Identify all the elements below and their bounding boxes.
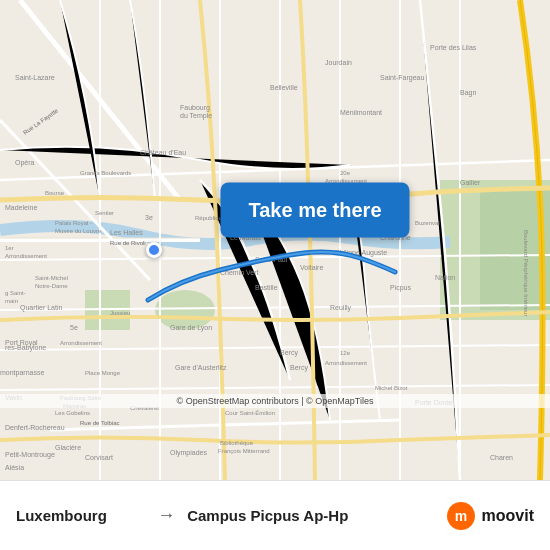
svg-text:Porte des Lilas: Porte des Lilas <box>430 44 477 51</box>
svg-text:g Saint-: g Saint- <box>5 290 26 296</box>
svg-text:Jussieu: Jussieu <box>110 310 130 316</box>
svg-text:Faubourg: Faubourg <box>180 104 210 112</box>
svg-text:Jourdain: Jourdain <box>325 59 352 66</box>
svg-text:3e: 3e <box>145 214 153 221</box>
svg-text:Sentier: Sentier <box>95 210 114 216</box>
svg-text:Grands Boulevards: Grands Boulevards <box>80 170 131 176</box>
svg-text:Saint-Lazare: Saint-Lazare <box>15 74 55 81</box>
svg-text:montparnasse: montparnasse <box>0 369 44 377</box>
svg-text:Bourse: Bourse <box>45 190 65 196</box>
map-container: Rue La Fayette Rue de Rivoli Rue de Tolb… <box>0 0 550 480</box>
svg-text:Bercy: Bercy <box>290 364 308 372</box>
svg-text:20e: 20e <box>340 170 351 176</box>
svg-text:Petit-Montrouge: Petit-Montrouge <box>5 451 55 459</box>
take-me-there-button[interactable]: Take me there <box>220 183 409 238</box>
svg-text:Quartier Latin: Quartier Latin <box>20 304 63 312</box>
svg-text:Bagn: Bagn <box>460 89 476 97</box>
svg-text:Bercy: Bercy <box>280 349 298 357</box>
svg-text:Arrondissement: Arrondissement <box>5 253 47 259</box>
map-attribution: © OpenStreetMap contributors | © OpenMap… <box>0 394 550 408</box>
svg-text:Reuilly: Reuilly <box>330 304 352 312</box>
svg-text:Charen: Charen <box>490 454 513 461</box>
svg-text:Picpus: Picpus <box>390 284 412 292</box>
svg-text:Opéra: Opéra <box>15 159 35 167</box>
svg-text:Belleville: Belleville <box>270 84 298 91</box>
svg-text:Ménilmontant: Ménilmontant <box>340 109 382 116</box>
route-from-label: Luxembourg <box>16 507 145 524</box>
moovit-brand-text: moovit <box>482 507 534 525</box>
svg-text:Gare de Lyon: Gare de Lyon <box>170 324 212 332</box>
svg-text:Palais Royal -: Palais Royal - <box>55 220 92 226</box>
route-arrow-icon: → <box>157 505 175 526</box>
svg-text:Rue de Rivoli: Rue de Rivoli <box>110 240 146 246</box>
svg-text:Gare d'Austerlitz: Gare d'Austerlitz <box>175 364 227 371</box>
svg-text:Nation: Nation <box>435 274 455 281</box>
svg-text:du Temple: du Temple <box>180 112 212 120</box>
svg-text:Michel Bizot: Michel Bizot <box>375 385 408 391</box>
svg-text:5e: 5e <box>70 324 78 331</box>
svg-text:Boulevard Périphérique Intérie: Boulevard Périphérique Intérieur <box>523 230 529 316</box>
svg-text:Denfert-Rochereau: Denfert-Rochereau <box>5 424 65 431</box>
svg-text:Notre-Dame: Notre-Dame <box>35 283 68 289</box>
svg-text:Saint-Michel: Saint-Michel <box>35 275 68 281</box>
svg-text:François Mitterrand: François Mitterrand <box>218 448 270 454</box>
svg-text:Voltaire: Voltaire <box>300 264 323 271</box>
svg-text:Musée du Louvre: Musée du Louvre <box>55 228 102 234</box>
svg-text:Rue de Tolbiac: Rue de Tolbiac <box>80 420 120 426</box>
svg-text:Port Royal: Port Royal <box>5 339 38 347</box>
bottom-navigation-bar: Luxembourg → Campus Picpus Ap-Hp m moovi… <box>0 480 550 550</box>
moovit-logo-icon: m <box>446 501 476 531</box>
svg-text:Bibliothèque: Bibliothèque <box>220 440 254 446</box>
svg-text:Buzenval: Buzenval <box>415 220 440 226</box>
svg-text:Arrondissement: Arrondissement <box>325 360 367 366</box>
svg-text:Olympiades: Olympiades <box>170 449 207 457</box>
svg-text:Les Halles: Les Halles <box>110 229 143 236</box>
moovit-logo: m moovit <box>446 501 534 531</box>
svg-text:Madeleine: Madeleine <box>5 204 37 211</box>
svg-text:Château d'Eau: Château d'Eau <box>140 149 186 156</box>
svg-text:Corvisart: Corvisart <box>85 454 113 461</box>
svg-text:12e: 12e <box>340 350 351 356</box>
svg-text:1er: 1er <box>5 245 14 251</box>
svg-text:Gallier: Gallier <box>460 179 481 186</box>
svg-text:Saint-Fargeau: Saint-Fargeau <box>380 74 424 82</box>
svg-text:main: main <box>5 298 18 304</box>
origin-marker <box>146 242 162 258</box>
svg-text:Alésia: Alésia <box>5 464 24 471</box>
svg-text:Place Monge: Place Monge <box>85 370 121 376</box>
svg-text:Cour Saint-Émilion: Cour Saint-Émilion <box>225 410 275 416</box>
svg-text:Bastille: Bastille <box>255 284 278 291</box>
route-to-label: Campus Picpus Ap-Hp <box>187 507 445 524</box>
svg-text:Les Gobelins: Les Gobelins <box>55 410 90 416</box>
svg-text:Glacière: Glacière <box>55 444 81 451</box>
svg-text:Arrondissement: Arrondissement <box>60 340 102 346</box>
svg-text:m: m <box>454 508 466 524</box>
